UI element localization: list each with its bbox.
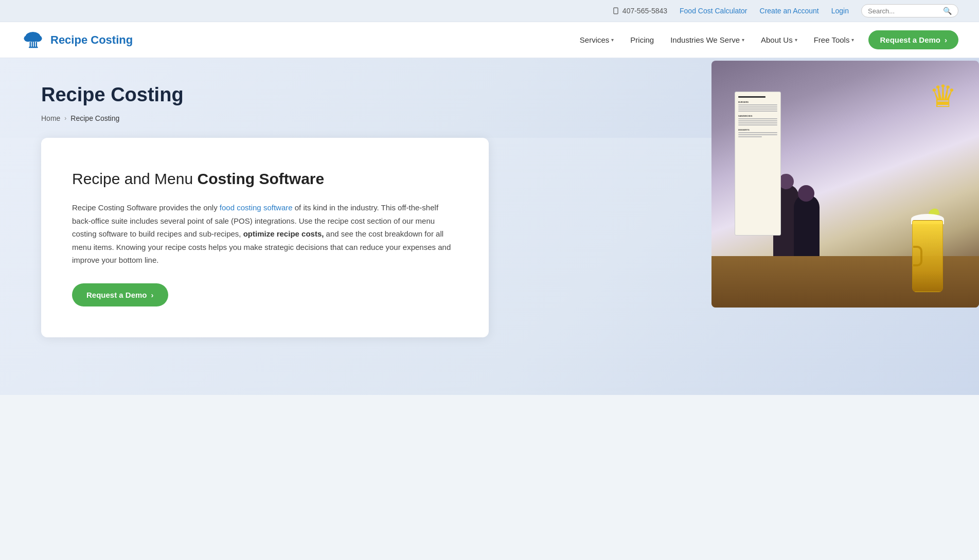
card-heading: Recipe and Menu Costing Software [72,169,458,189]
content-section: Recipe and Menu Costing Software Recipe … [0,138,979,395]
food-costing-link[interactable]: food costing software [220,203,293,212]
nav-free-tools[interactable]: Free Tools ▾ [807,31,862,48]
demo-arrow-icon: › [945,35,947,44]
nav-free-tools-label: Free Tools [814,35,850,44]
svg-rect-8 [34,42,35,47]
svg-rect-6 [30,42,31,47]
card-body-text: Recipe Costing Software provides the onl… [72,201,458,267]
svg-rect-9 [36,42,37,47]
logo[interactable]: Recipe Costing [21,28,133,52]
logo-icon [21,28,45,52]
body-bold-text: optimize recipe costs, [243,229,324,238]
phone-number: 407-565-5843 [622,7,667,15]
body-text-1: Recipe Costing Software provides the onl… [72,203,220,212]
login-link[interactable]: Login [831,7,849,15]
search-box: 🔍 [861,4,958,17]
nav-services[interactable]: Services ▾ [573,31,621,48]
free-tools-chevron-icon: ▾ [851,37,854,43]
main-nav: Services ▾ Pricing Industries We Serve ▾… [573,30,958,49]
card-heading-bold: Costing Software [198,170,325,187]
industries-chevron-icon: ▾ [742,37,744,43]
services-chevron-icon: ▾ [611,37,614,43]
nav-pricing-label: Pricing [630,35,654,44]
content-card: Recipe and Menu Costing Software Recipe … [41,138,489,337]
card-demo-arrow-icon: › [151,291,154,299]
breadcrumb-home-link[interactable]: Home [41,114,60,122]
phone-info: 407-565-5843 [612,7,667,15]
menu-card: BURGERS SANDWICHES DESSERTS [735,92,781,236]
nav-industries[interactable]: Industries We Serve ▾ [663,31,752,48]
nav-industries-label: Industries We Serve [670,35,740,44]
request-demo-button-card[interactable]: Request a Demo › [72,283,168,306]
restaurant-background: ♛ BURGERS SANDWICHES DESSERTS [711,61,979,308]
glass-handle [913,246,922,266]
food-cost-calculator-link[interactable]: Food Cost Calculator [680,7,747,15]
nav-about-label: About Us [761,35,793,44]
request-demo-button-header[interactable]: Request a Demo › [868,30,958,49]
create-account-link[interactable]: Create an Account [760,7,819,15]
nav-services-label: Services [580,35,610,44]
svg-rect-0 [614,8,618,14]
top-bar: 407-565-5843 Food Cost Calculator Create… [0,0,979,22]
card-wrapper: Recipe and Menu Costing Software Recipe … [41,138,938,337]
restaurant-image: ♛ BURGERS SANDWICHES DESSERTS [711,61,979,308]
beer-glass [907,210,948,292]
about-chevron-icon: ▾ [795,37,797,43]
nav-pricing[interactable]: Pricing [623,31,661,48]
wall-art-icon: ♛ [922,76,964,117]
main-header: Recipe Costing Services ▾ Pricing Indust… [0,22,979,58]
breadcrumb-separator: › [64,115,66,122]
nav-about[interactable]: About Us ▾ [754,31,805,48]
svg-rect-10 [29,46,38,47]
search-icon[interactable]: 🔍 [943,7,952,15]
search-input[interactable] [868,7,940,15]
svg-rect-7 [32,42,33,47]
breadcrumb-current-page: Recipe Costing [70,114,119,122]
logo-text: Recipe Costing [50,33,133,47]
person2 [794,194,820,256]
card-heading-normal: Recipe and Menu [72,170,198,187]
phone-icon [612,7,619,14]
svg-rect-5 [29,39,37,41]
